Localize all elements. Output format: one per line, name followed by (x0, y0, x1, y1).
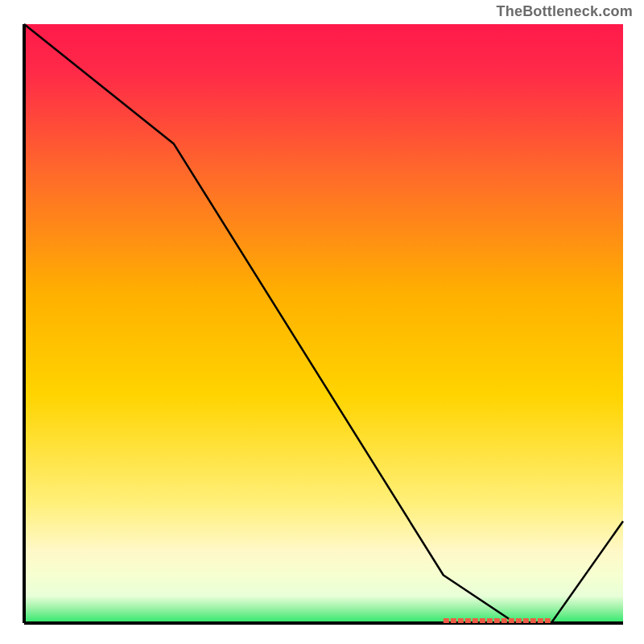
attribution-text: TheBottleneck.com (497, 3, 633, 20)
bottleneck-chart (19, 23, 625, 628)
chart-background (24, 24, 623, 623)
chart-svg (19, 23, 625, 628)
